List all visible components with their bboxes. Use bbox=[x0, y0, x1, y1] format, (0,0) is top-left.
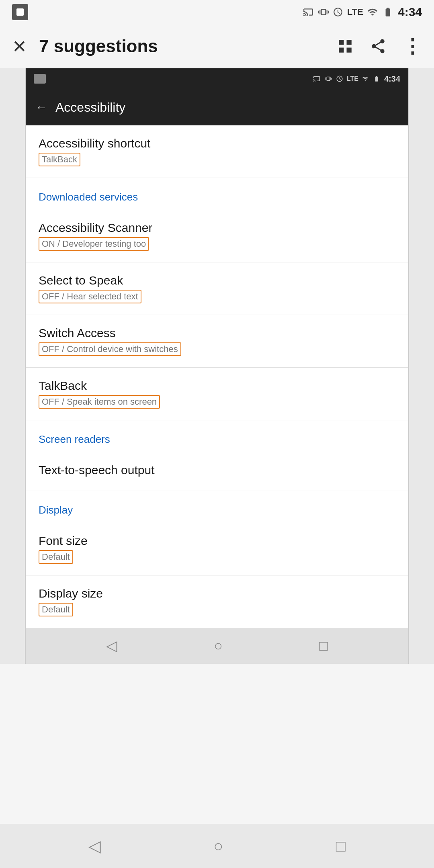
outer-time: 4:34 bbox=[398, 5, 422, 19]
outer-status-left bbox=[12, 4, 28, 20]
inner-top-bar: ← Accessibility bbox=[26, 89, 408, 125]
select-to-speak-title: Select to Speak bbox=[39, 274, 395, 287]
inner-photo-icon bbox=[34, 74, 46, 84]
inner-page-title: Accessibility bbox=[55, 100, 125, 115]
screen-readers-title: Screen readers bbox=[39, 433, 110, 445]
display-size-title: Display size bbox=[39, 587, 395, 600]
top-bar-icons: ⋮ bbox=[337, 35, 422, 57]
inner-time: 4:34 bbox=[384, 74, 400, 84]
talkback-title: TalkBack bbox=[39, 379, 395, 393]
switch-access-subtitle: OFF / Control device with switches bbox=[39, 342, 181, 356]
lte-label: LTE bbox=[347, 7, 363, 17]
talkback-subtitle: OFF / Speak items on screen bbox=[39, 395, 160, 409]
tts-output-title: Text-to-speech output bbox=[39, 463, 395, 477]
display-header: Display bbox=[26, 491, 408, 523]
vibrate-icon bbox=[318, 7, 329, 17]
inner-cast-icon bbox=[312, 75, 321, 82]
select-to-speak-subtitle: OFF / Hear selected text bbox=[39, 290, 141, 303]
switch-access-title: Switch Access bbox=[39, 326, 395, 340]
more-icon[interactable]: ⋮ bbox=[403, 35, 422, 57]
inner-back-button[interactable]: ← bbox=[35, 100, 47, 114]
photo-icon bbox=[12, 4, 28, 20]
outer-status-bar: LTE 4:34 bbox=[0, 0, 434, 24]
cast-icon bbox=[302, 7, 314, 17]
accessibility-scanner-title: Accessibility Scanner bbox=[39, 221, 395, 235]
home-nav-button[interactable]: ○ bbox=[214, 637, 223, 654]
accessibility-scanner-item[interactable]: Accessibility Scanner ON / Developer tes… bbox=[26, 210, 408, 262]
display-size-subtitle: Default bbox=[39, 603, 73, 616]
talkback-item[interactable]: TalkBack OFF / Speak items on screen bbox=[26, 368, 408, 420]
share-icon[interactable] bbox=[370, 38, 387, 55]
inner-status-right: LTE 4:34 bbox=[312, 74, 400, 84]
inner-lte-label: LTE bbox=[347, 75, 358, 82]
accessibility-scanner-subtitle: ON / Developer testing too bbox=[39, 237, 149, 251]
select-to-speak-item[interactable]: Select to Speak OFF / Hear selected text bbox=[26, 262, 408, 315]
clock-icon bbox=[333, 7, 343, 17]
inner-vibrate-icon bbox=[324, 75, 332, 82]
inner-status-bar: LTE 4:34 bbox=[26, 68, 408, 89]
inner-status-left bbox=[34, 74, 46, 84]
outer-recents-nav-button[interactable]: □ bbox=[336, 837, 346, 855]
recents-nav-button[interactable]: □ bbox=[319, 637, 328, 654]
outer-status-right: LTE 4:34 bbox=[302, 5, 422, 19]
font-size-item[interactable]: Font size Default bbox=[26, 523, 408, 575]
downloaded-services-header: Downloaded services bbox=[26, 178, 408, 210]
accessibility-shortcut-title: Accessibility shortcut bbox=[39, 137, 395, 150]
inner-bottom-nav: ◁ ○ □ bbox=[25, 628, 409, 664]
tts-output-item[interactable]: Text-to-speech output bbox=[26, 452, 408, 491]
font-size-title: Font size bbox=[39, 534, 395, 548]
back-nav-button[interactable]: ◁ bbox=[106, 637, 117, 654]
display-title: Display bbox=[39, 504, 73, 516]
switch-access-item[interactable]: Switch Access OFF / Control device with … bbox=[26, 315, 408, 368]
accessibility-shortcut-item[interactable]: Accessibility shortcut TalkBack bbox=[26, 125, 408, 178]
display-size-item[interactable]: Display size Default bbox=[26, 575, 408, 628]
inner-clock-icon bbox=[336, 75, 344, 82]
inner-battery-icon bbox=[372, 76, 381, 82]
suggestions-title: 7 suggestions bbox=[39, 36, 325, 56]
close-button[interactable]: ✕ bbox=[12, 36, 27, 57]
outer-top-bar: ✕ 7 suggestions ⋮ bbox=[0, 24, 434, 68]
accessibility-shortcut-subtitle: TalkBack bbox=[39, 153, 80, 166]
inner-signal-icon bbox=[362, 76, 369, 82]
outer-home-nav-button[interactable]: ○ bbox=[213, 837, 223, 855]
outer-bottom-nav: ◁ ○ □ bbox=[0, 824, 434, 868]
grid-icon[interactable] bbox=[337, 38, 354, 55]
downloaded-services-title: Downloaded services bbox=[39, 191, 138, 203]
font-size-subtitle: Default bbox=[39, 550, 73, 564]
outer-back-nav-button[interactable]: ◁ bbox=[88, 837, 101, 855]
battery-icon bbox=[382, 7, 394, 17]
settings-content: Accessibility shortcut TalkBack Download… bbox=[26, 125, 408, 628]
screen-readers-header: Screen readers bbox=[26, 420, 408, 452]
inner-screen: LTE 4:34 ← Accessibility Accessibility s… bbox=[25, 68, 409, 628]
signal-icon bbox=[367, 7, 378, 17]
